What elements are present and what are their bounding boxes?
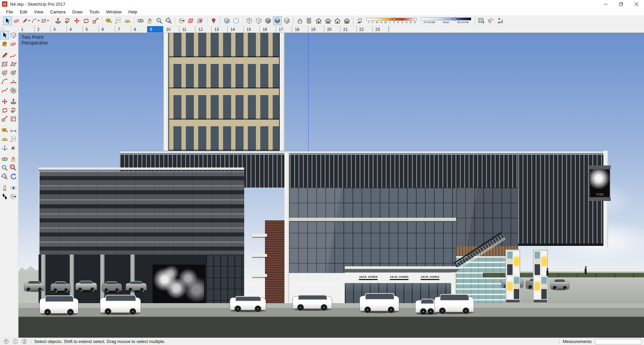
- measurements-input[interactable]: [595, 339, 641, 344]
- close-button[interactable]: [629, 0, 644, 8]
- menu-draw[interactable]: Draw: [69, 9, 86, 15]
- add-location-button[interactable]: [477, 16, 486, 25]
- wireframe-button[interactable]: [245, 16, 254, 25]
- push-pull-button[interactable]: [54, 16, 62, 25]
- select-tool-button[interactable]: [0, 31, 9, 40]
- move-tool-button[interactable]: [0, 97, 9, 106]
- credits-info-icon[interactable]: [12, 339, 18, 344]
- dropdown-caret-icon[interactable]: [38, 20, 40, 21]
- scene-tab-22[interactable]: 22: [357, 26, 373, 32]
- x-ray-button[interactable]: [222, 16, 231, 25]
- view-left-button[interactable]: [342, 16, 351, 25]
- view-iso-button[interactable]: [296, 16, 304, 25]
- pan-tool-button[interactable]: [9, 155, 18, 163]
- scene-tab-8[interactable]: 8: [131, 26, 147, 32]
- polygon-tool-button[interactable]: [9, 68, 18, 77]
- scene-tab-1[interactable]: 1: [18, 26, 35, 32]
- protractor-tool-button[interactable]: [0, 135, 9, 143]
- view-front-button[interactable]: [314, 16, 323, 25]
- menu-window[interactable]: Window: [103, 9, 125, 15]
- follow-me-button[interactable]: [63, 16, 72, 25]
- orbit-tool-button[interactable]: [0, 155, 9, 163]
- make-component-tool-button[interactable]: [9, 31, 18, 40]
- zoom-extents-tool-button[interactable]: [0, 172, 9, 181]
- scene-tab-19[interactable]: 19: [308, 26, 324, 32]
- text-button[interactable]: A1: [114, 16, 122, 25]
- monochrome-button[interactable]: [282, 16, 291, 25]
- position-camera-tool-button[interactable]: [0, 184, 9, 192]
- scene-tab-4[interactable]: 4: [67, 26, 83, 32]
- viewport-canvas[interactable]: Two Point Perspective JA: [18, 33, 644, 338]
- shaded-textures-button[interactable]: [273, 16, 282, 25]
- freehand-tool-button[interactable]: [9, 51, 18, 60]
- eraser-button[interactable]: [12, 16, 21, 25]
- shaded-button[interactable]: [264, 16, 272, 25]
- menu-view[interactable]: View: [31, 9, 47, 15]
- menu-file[interactable]: File: [3, 9, 16, 15]
- view-right-button[interactable]: [324, 16, 332, 25]
- view-back-button[interactable]: [333, 16, 342, 25]
- scene-tab-7[interactable]: 7: [115, 26, 131, 32]
- dimension-tool-button[interactable]: [9, 126, 18, 135]
- axes-tool-button[interactable]: [0, 143, 9, 152]
- pan-button[interactable]: [146, 16, 154, 25]
- pie-tool-button[interactable]: [9, 86, 18, 94]
- eraser-tool-button[interactable]: [9, 40, 18, 48]
- move-button[interactable]: [72, 16, 81, 25]
- back-edges-button[interactable]: [232, 16, 240, 25]
- palette-grip[interactable]: [1, 27, 4, 30]
- follow-me-tool-button[interactable]: [9, 106, 18, 115]
- rotate-button[interactable]: [82, 16, 91, 25]
- restore-button[interactable]: [613, 0, 629, 8]
- shadow-toggle-button[interactable]: [356, 16, 364, 25]
- offset-tool-button[interactable]: [9, 115, 18, 123]
- section-plane-tool-button[interactable]: [9, 192, 18, 201]
- photo-textures-button[interactable]: [487, 16, 495, 25]
- scene-tab-12[interactable]: 12: [196, 26, 212, 32]
- zoom-tool-button[interactable]: [0, 163, 9, 172]
- scene-tab-10[interactable]: 10: [163, 26, 179, 32]
- menu-edit[interactable]: Edit: [16, 9, 31, 15]
- dropdown-caret-icon[interactable]: [28, 20, 30, 21]
- scene-tab-13[interactable]: 13: [212, 26, 228, 32]
- hidden-line-button[interactable]: [254, 16, 263, 25]
- component-gem-button[interactable]: [209, 16, 218, 25]
- select-button[interactable]: [3, 16, 12, 25]
- scale-tool-button[interactable]: [0, 115, 9, 123]
- section-plane-button[interactable]: [177, 16, 186, 25]
- rotated-rectangle-tool-button[interactable]: [9, 60, 18, 68]
- 3d-text-tool-button[interactable]: AA: [9, 143, 18, 152]
- rotate-tool-button[interactable]: [0, 106, 9, 115]
- previous-tool-button[interactable]: [9, 172, 18, 181]
- scene-tab-3[interactable]: 3: [51, 26, 67, 32]
- get-models-button[interactable]: [496, 16, 505, 25]
- scene-tab-21[interactable]: 21: [340, 26, 357, 32]
- shadow-time-slider[interactable]: 07:24 AMNoon05:19 PM: [421, 17, 471, 24]
- circle-tool-button[interactable]: [0, 68, 9, 77]
- orbit-button[interactable]: [136, 16, 145, 25]
- view-top-button[interactable]: [305, 16, 314, 25]
- tape-measure-tool-button[interactable]: [0, 126, 9, 135]
- look-around-tool-button[interactable]: [9, 184, 18, 192]
- zoom-button[interactable]: [155, 16, 164, 25]
- menu-tools[interactable]: Tools: [86, 9, 103, 15]
- scene-tab-18[interactable]: 18: [292, 26, 308, 32]
- zoom-extents-button[interactable]: [164, 16, 173, 25]
- two-point-arc-tool-button[interactable]: [9, 77, 18, 86]
- rectangle-tool-button[interactable]: [0, 60, 9, 68]
- scene-tab-6[interactable]: 6: [99, 26, 115, 32]
- protractor-button[interactable]: [123, 16, 132, 25]
- scene-tab-2[interactable]: 2: [35, 26, 51, 32]
- scene-tab-15[interactable]: 15: [244, 26, 260, 32]
- scene-tab-16[interactable]: 16: [260, 26, 276, 32]
- three-point-arc-tool-button[interactable]: [0, 86, 9, 94]
- dropdown-caret-icon[interactable]: [47, 20, 49, 21]
- menu-camera[interactable]: Camera: [47, 9, 69, 15]
- minimize-button[interactable]: [598, 0, 613, 8]
- scene-tab-5[interactable]: 5: [83, 26, 99, 32]
- shadow-date-slider[interactable]: JFMAMJJASOND: [367, 18, 417, 23]
- menu-help[interactable]: Help: [125, 9, 141, 15]
- scale-button[interactable]: [91, 16, 100, 25]
- text-tool-button[interactable]: A1: [9, 135, 18, 143]
- line-button[interactable]: [22, 16, 31, 25]
